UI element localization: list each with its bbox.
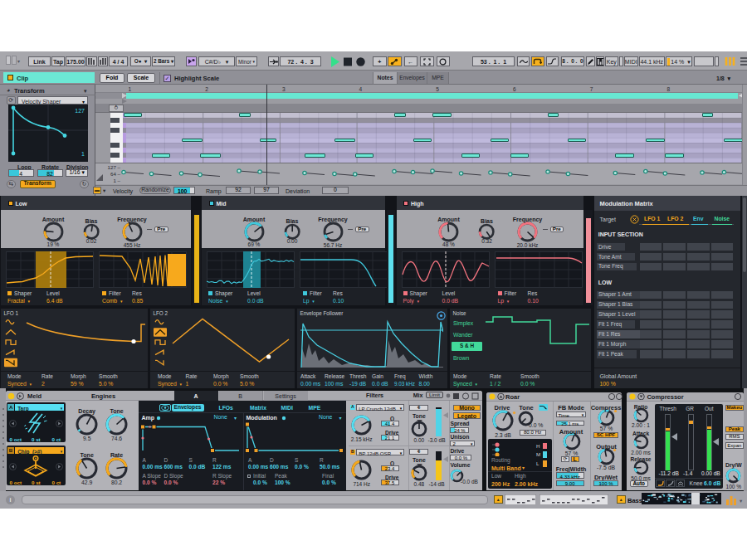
svg-text:127: 127 xyxy=(75,108,85,114)
svg-text:1: 1 xyxy=(81,151,85,157)
